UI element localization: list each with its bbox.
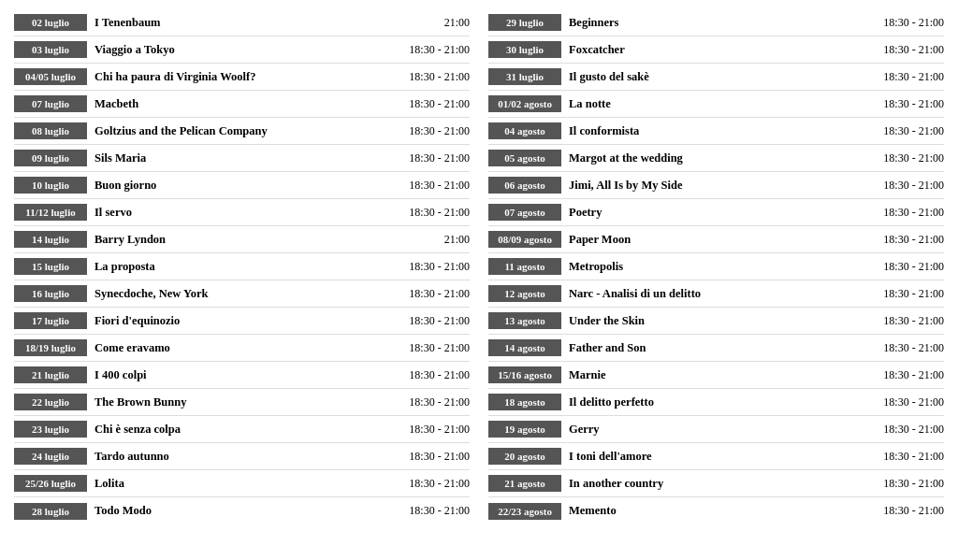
time-slot: 18:30 - 21:00 bbox=[385, 43, 470, 57]
table-row: 23 luglioChi è senza colpa18:30 - 21:00 bbox=[14, 416, 470, 443]
film-title: La proposta bbox=[94, 260, 385, 274]
table-row: 09 luglioSils Maria18:30 - 21:00 bbox=[14, 145, 470, 172]
time-slot: 18:30 - 21:00 bbox=[860, 368, 944, 382]
table-row: 11/12 luglioIl servo18:30 - 21:00 bbox=[14, 199, 470, 226]
table-row: 18 agostoIl delitto perfetto18:30 - 21:0… bbox=[488, 389, 944, 416]
film-title: I 400 colpi bbox=[94, 368, 385, 382]
time-slot: 18:30 - 21:00 bbox=[385, 504, 470, 518]
date-badge: 19 agosto bbox=[488, 421, 561, 438]
film-title: Jimi, All Is by My Side bbox=[569, 179, 860, 193]
left-column: 02 luglioI Tenenbaum21:0003 luglioViaggi… bbox=[14, 9, 470, 524]
time-slot: 18:30 - 21:00 bbox=[385, 179, 470, 193]
time-slot: 18:30 - 21:00 bbox=[860, 206, 944, 220]
date-badge: 12 agosto bbox=[488, 285, 561, 302]
date-badge: 31 luglio bbox=[488, 68, 561, 85]
date-badge: 25/26 luglio bbox=[14, 475, 87, 492]
date-badge: 04/05 luglio bbox=[14, 68, 87, 85]
film-title: In another country bbox=[569, 477, 860, 491]
date-badge: 30 luglio bbox=[488, 41, 561, 58]
time-slot: 18:30 - 21:00 bbox=[385, 314, 470, 328]
table-row: 20 agostoI toni dell'amore18:30 - 21:00 bbox=[488, 443, 944, 470]
table-row: 21 agostoIn another country18:30 - 21:00 bbox=[488, 470, 944, 497]
film-title: Sils Maria bbox=[94, 151, 385, 165]
time-slot: 18:30 - 21:00 bbox=[860, 287, 944, 301]
date-badge: 16 luglio bbox=[14, 285, 87, 302]
date-badge: 21 luglio bbox=[14, 366, 87, 383]
film-title: Goltzius and the Pelican Company bbox=[94, 124, 385, 138]
table-row: 04/05 luglioChi ha paura di Virginia Woo… bbox=[14, 64, 470, 91]
time-slot: 18:30 - 21:00 bbox=[860, 233, 944, 247]
film-title: Come eravamo bbox=[94, 341, 385, 355]
table-row: 18/19 luglioCome eravamo18:30 - 21:00 bbox=[14, 335, 470, 362]
table-row: 03 luglioViaggio a Tokyo18:30 - 21:00 bbox=[14, 36, 470, 64]
table-row: 12 agostoNarc - Analisi di un delitto18:… bbox=[488, 280, 944, 308]
date-badge: 02 luglio bbox=[14, 14, 87, 31]
table-row: 16 luglioSynecdoche, New York18:30 - 21:… bbox=[14, 280, 470, 308]
right-column: 29 luglioBeginners18:30 - 21:0030 luglio… bbox=[488, 9, 944, 524]
time-slot: 18:30 - 21:00 bbox=[385, 70, 470, 84]
date-badge: 23 luglio bbox=[14, 421, 87, 438]
time-slot: 18:30 - 21:00 bbox=[385, 97, 470, 111]
film-title: I Tenenbaum bbox=[94, 16, 385, 30]
date-badge: 10 luglio bbox=[14, 177, 87, 194]
film-title: I toni dell'amore bbox=[569, 450, 860, 464]
film-title: Macbeth bbox=[94, 97, 385, 111]
table-row: 02 luglioI Tenenbaum21:00 bbox=[14, 9, 470, 36]
film-title: Tardo autunno bbox=[94, 450, 385, 464]
film-title: Foxcatcher bbox=[569, 43, 860, 57]
time-slot: 21:00 bbox=[385, 16, 470, 30]
film-title: Il servo bbox=[94, 206, 385, 220]
time-slot: 18:30 - 21:00 bbox=[385, 124, 470, 138]
time-slot: 18:30 - 21:00 bbox=[860, 260, 944, 274]
time-slot: 18:30 - 21:00 bbox=[860, 341, 944, 355]
film-title: Barry Lyndon bbox=[94, 233, 385, 247]
time-slot: 18:30 - 21:00 bbox=[860, 16, 944, 30]
time-slot: 18:30 - 21:00 bbox=[860, 97, 944, 111]
film-title: Father and Son bbox=[569, 341, 860, 355]
table-row: 07 agostoPoetry18:30 - 21:00 bbox=[488, 199, 944, 226]
table-row: 08 luglioGoltzius and the Pelican Compan… bbox=[14, 118, 470, 145]
time-slot: 18:30 - 21:00 bbox=[385, 260, 470, 274]
table-row: 11 agostoMetropolis18:30 - 21:00 bbox=[488, 253, 944, 280]
table-row: 15/16 agostoMarnie18:30 - 21:00 bbox=[488, 362, 944, 389]
date-badge: 24 luglio bbox=[14, 448, 87, 465]
table-row: 10 luglioBuon giorno18:30 - 21:00 bbox=[14, 172, 470, 199]
time-slot: 18:30 - 21:00 bbox=[860, 395, 944, 409]
film-title: Todo Modo bbox=[94, 504, 385, 518]
date-badge: 13 agosto bbox=[488, 312, 561, 329]
table-row: 07 luglioMacbeth18:30 - 21:00 bbox=[14, 91, 470, 118]
time-slot: 18:30 - 21:00 bbox=[385, 206, 470, 220]
film-title: Viaggio a Tokyo bbox=[94, 43, 385, 57]
table-row: 17 luglioFiori d'equinozio18:30 - 21:00 bbox=[14, 308, 470, 335]
date-badge: 22 luglio bbox=[14, 394, 87, 410]
table-row: 22 luglioThe Brown Bunny18:30 - 21:00 bbox=[14, 389, 470, 416]
time-slot: 18:30 - 21:00 bbox=[860, 314, 944, 328]
table-row: 05 agostoMargot at the wedding18:30 - 21… bbox=[488, 145, 944, 172]
film-title: Poetry bbox=[569, 206, 860, 220]
table-row: 25/26 luglioLolita18:30 - 21:00 bbox=[14, 470, 470, 497]
date-badge: 08 luglio bbox=[14, 122, 87, 139]
date-badge: 14 agosto bbox=[488, 339, 561, 356]
time-slot: 18:30 - 21:00 bbox=[860, 70, 944, 84]
table-row: 24 luglioTardo autunno18:30 - 21:00 bbox=[14, 443, 470, 470]
time-slot: 18:30 - 21:00 bbox=[385, 477, 470, 491]
date-badge: 20 agosto bbox=[488, 448, 561, 465]
schedule-container: 02 luglioI Tenenbaum21:0003 luglioViaggi… bbox=[14, 9, 944, 524]
film-title: Fiori d'equinozio bbox=[94, 314, 385, 328]
date-badge: 21 agosto bbox=[488, 475, 561, 492]
date-badge: 07 luglio bbox=[14, 95, 87, 112]
film-title: Gerry bbox=[569, 423, 860, 437]
date-badge: 07 agosto bbox=[488, 204, 561, 221]
table-row: 06 agostoJimi, All Is by My Side18:30 - … bbox=[488, 172, 944, 199]
time-slot: 18:30 - 21:00 bbox=[385, 151, 470, 165]
table-row: 15 luglioLa proposta18:30 - 21:00 bbox=[14, 253, 470, 280]
table-row: 01/02 agostoLa notte18:30 - 21:00 bbox=[488, 91, 944, 118]
film-title: Lolita bbox=[94, 477, 385, 491]
time-slot: 18:30 - 21:00 bbox=[385, 395, 470, 409]
film-title: Chi ha paura di Virginia Woolf? bbox=[94, 70, 385, 84]
time-slot: 18:30 - 21:00 bbox=[860, 151, 944, 165]
time-slot: 18:30 - 21:00 bbox=[385, 368, 470, 382]
film-title: Il conformista bbox=[569, 124, 860, 138]
film-title: Margot at the wedding bbox=[569, 151, 860, 165]
date-badge: 06 agosto bbox=[488, 177, 561, 194]
